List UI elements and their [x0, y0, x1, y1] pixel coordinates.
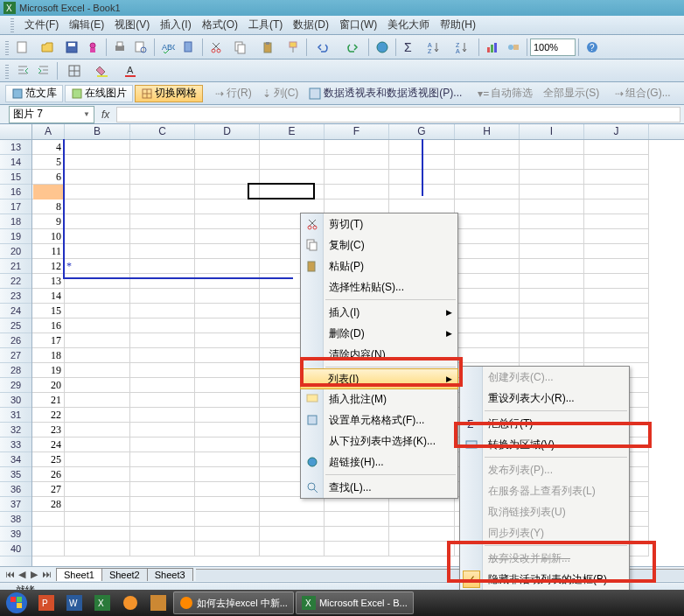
- cell[interactable]: [195, 259, 260, 274]
- cell[interactable]: [520, 289, 584, 304]
- ctx-list[interactable]: 列表(I)▶: [300, 368, 458, 389]
- column-headers[interactable]: ABCDEFGHIJ: [0, 124, 684, 140]
- cell[interactable]: [65, 274, 130, 289]
- cell[interactable]: [584, 304, 649, 318]
- row-header-33[interactable]: 33: [0, 438, 31, 452]
- cell[interactable]: [130, 289, 195, 304]
- menu-tools[interactable]: 工具(T): [243, 16, 288, 34]
- cell[interactable]: [65, 155, 130, 170]
- cell[interactable]: [520, 214, 584, 229]
- cell[interactable]: [389, 542, 455, 556]
- col-header-E[interactable]: E: [260, 124, 325, 139]
- cell[interactable]: [520, 140, 584, 155]
- cell[interactable]: [520, 318, 584, 333]
- cell[interactable]: [455, 200, 520, 214]
- col-button[interactable]: ⇣ 列(C): [257, 86, 304, 101]
- cell[interactable]: 24: [32, 438, 65, 452]
- cell[interactable]: [260, 140, 325, 155]
- ctx-cut[interactable]: 剪切(T): [301, 214, 457, 234]
- cell[interactable]: [584, 140, 649, 155]
- cell[interactable]: [195, 333, 260, 348]
- cell[interactable]: 7: [32, 185, 65, 200]
- cell[interactable]: 17: [32, 333, 65, 348]
- col-header-A[interactable]: A: [32, 124, 65, 139]
- cell[interactable]: [195, 185, 260, 200]
- cell[interactable]: [130, 363, 195, 378]
- cell[interactable]: [65, 438, 130, 452]
- row-header-39[interactable]: 39: [0, 527, 31, 542]
- cell[interactable]: [520, 155, 584, 170]
- sub-total-row[interactable]: Σ汇总行(T): [460, 413, 629, 434]
- ctx-copy[interactable]: 复制(C): [301, 234, 457, 256]
- row-header-13[interactable]: 13: [0, 140, 31, 155]
- cell[interactable]: [130, 482, 195, 497]
- row-header-26[interactable]: 26: [0, 333, 31, 348]
- cell[interactable]: 27: [32, 482, 65, 497]
- cell[interactable]: [260, 155, 325, 170]
- cell[interactable]: [130, 304, 195, 318]
- cell[interactable]: [260, 527, 325, 542]
- cell[interactable]: [195, 348, 260, 363]
- cell[interactable]: [584, 185, 649, 200]
- ctx-paste-special[interactable]: 选择性粘贴(S)...: [301, 276, 457, 298]
- ctx-insert[interactable]: 插入(I)▶: [301, 302, 457, 323]
- sub-resize-list[interactable]: 重设列表大小(R)...: [460, 388, 629, 409]
- menu-insert[interactable]: 插入(I): [155, 16, 196, 34]
- autofilter-button[interactable]: ▾= 自动筛选: [472, 86, 538, 101]
- menu-data[interactable]: 数据(D): [288, 16, 334, 34]
- open-button[interactable]: [34, 38, 60, 57]
- row-header-27[interactable]: 27: [0, 348, 31, 363]
- cut-button[interactable]: [206, 38, 226, 57]
- cell[interactable]: [65, 333, 130, 348]
- formula-input[interactable]: [116, 107, 681, 122]
- cell[interactable]: [130, 467, 195, 482]
- cell[interactable]: [130, 259, 195, 274]
- row-button[interactable]: ⇢ 行(R): [210, 86, 257, 101]
- cell[interactable]: 16: [32, 318, 65, 333]
- cell[interactable]: 5: [32, 155, 65, 170]
- cell[interactable]: [65, 185, 130, 200]
- cell[interactable]: [130, 542, 195, 556]
- cell[interactable]: [32, 542, 65, 556]
- spelling-button[interactable]: ABC: [158, 38, 178, 57]
- cell[interactable]: [584, 274, 649, 289]
- cell[interactable]: [584, 318, 649, 333]
- ctx-delete[interactable]: 删除(D)▶: [301, 323, 457, 344]
- fill-color-button[interactable]: [89, 61, 115, 80]
- cell[interactable]: [65, 467, 130, 482]
- row-header-24[interactable]: 24: [0, 304, 31, 318]
- row-header-37[interactable]: 37: [0, 497, 31, 512]
- cell[interactable]: [584, 348, 649, 363]
- task-pinned-1[interactable]: P: [33, 592, 59, 614]
- cell[interactable]: [389, 170, 455, 185]
- grip-handle[interactable]: [10, 18, 14, 32]
- cell[interactable]: [32, 527, 65, 542]
- cell[interactable]: 20: [32, 378, 65, 393]
- cell[interactable]: [584, 244, 649, 259]
- cell[interactable]: [455, 274, 520, 289]
- task-pinned-3[interactable]: X: [89, 592, 115, 614]
- help-button[interactable]: ?: [583, 38, 602, 57]
- row-header-19[interactable]: 19: [0, 229, 31, 244]
- cell[interactable]: [130, 214, 195, 229]
- cell[interactable]: [130, 408, 195, 423]
- cell[interactable]: [130, 423, 195, 438]
- cell[interactable]: [195, 229, 260, 244]
- menu-view[interactable]: 视图(V): [109, 16, 155, 34]
- cell[interactable]: [195, 318, 260, 333]
- new-button[interactable]: [13, 38, 32, 57]
- cell[interactable]: [455, 170, 520, 185]
- cell[interactable]: [389, 185, 455, 200]
- drawing-button[interactable]: [504, 38, 523, 57]
- cell[interactable]: [455, 259, 520, 274]
- cell[interactable]: [325, 185, 389, 200]
- cell[interactable]: [195, 438, 260, 452]
- cell[interactable]: [130, 527, 195, 542]
- cell[interactable]: [195, 289, 260, 304]
- cell[interactable]: 13: [32, 274, 65, 289]
- undo-button[interactable]: [311, 38, 337, 57]
- sub-hide-border[interactable]: ✓隐藏非活动列表的边框(B): [460, 569, 629, 590]
- cell[interactable]: [520, 244, 584, 259]
- ctx-hyperlink[interactable]: 超链接(H)...: [301, 452, 457, 472]
- select-all-corner[interactable]: [0, 124, 32, 139]
